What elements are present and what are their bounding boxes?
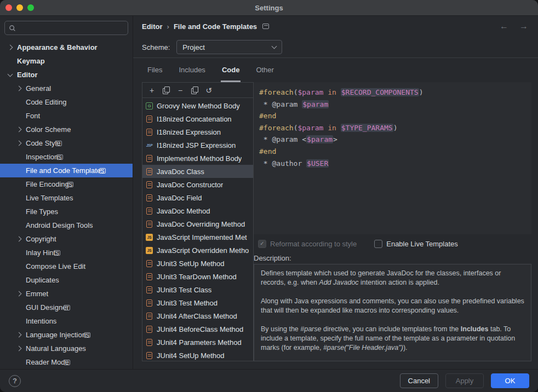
duplicate-template-icon[interactable]: [190, 85, 199, 95]
search-wrap: [4, 21, 128, 35]
chevron-right-icon[interactable]: [16, 291, 22, 297]
sidebar-item-file-and-code-templates[interactable]: File and Code Templates: [0, 164, 133, 177]
tab-code[interactable]: Code: [221, 58, 241, 82]
ok-button[interactable]: OK: [491, 373, 529, 388]
sidebar-item-gui-designer[interactable]: GUI Designer: [0, 301, 133, 314]
remove-template-icon[interactable]: −: [175, 85, 185, 95]
checkbox-unchecked-icon: [374, 240, 382, 248]
sidebar-item-label: File Encodings: [26, 180, 72, 188]
sidebar-item-color-scheme[interactable]: Color Scheme: [0, 123, 133, 136]
template-name: JUnit3 Test Class: [157, 286, 211, 294]
template-list-item[interactable]: I18nized Concatenation: [142, 112, 253, 125]
code-token: ): [393, 124, 398, 132]
close-window-button[interactable]: [5, 4, 12, 11]
sidebar-item-duplicates[interactable]: Duplicates: [0, 273, 133, 287]
forward-arrow-icon[interactable]: →: [519, 22, 528, 31]
reset-to-default-icon[interactable]: ↺: [204, 85, 214, 95]
template-list-item[interactable]: GGroovy New Method Body: [142, 99, 253, 112]
chevron-right-icon[interactable]: [16, 86, 22, 91]
sidebar-item-file-types[interactable]: File Types: [0, 205, 133, 218]
template-list-item[interactable]: I18nized Expression: [142, 125, 253, 139]
sidebar-item-editor[interactable]: Editor: [0, 68, 133, 82]
sidebar-item-appearance-behavior[interactable]: Appearance & Behavior: [0, 41, 133, 54]
scheme-select[interactable]: Project: [176, 40, 282, 54]
cancel-button[interactable]: Cancel: [400, 373, 438, 388]
template-list-item[interactable]: JSJavaScript Implemented Met: [142, 230, 253, 244]
template-editor[interactable]: #foreach($param in $RECORD_COMPONENTS) *…: [254, 82, 531, 234]
code-line: #end: [259, 146, 526, 158]
ide-settings-icon: [262, 24, 269, 29]
template-list-item[interactable]: JSPI18nized JSP Expression: [142, 139, 253, 152]
sidebar-item-label: Appearance & Behavior: [17, 43, 98, 51]
ide-settings-icon: [56, 154, 63, 160]
template-list[interactable]: GGroovy New Method BodyI18nized Concaten…: [142, 98, 253, 361]
sidebar-item-inspections[interactable]: Inspections: [0, 150, 133, 164]
sidebar-item-code-style[interactable]: Code Style: [0, 136, 133, 150]
template-list-item[interactable]: JavaDoc Constructor: [142, 178, 253, 191]
template-list-item[interactable]: JUnit4 AfterClass Method: [142, 309, 253, 322]
breadcrumb-editor[interactable]: Editor: [142, 22, 163, 31]
file-template-icon: [146, 299, 152, 307]
sidebar-item-file-encodings[interactable]: File Encodings: [0, 177, 133, 191]
sidebar-item-emmet[interactable]: Emmet: [0, 287, 133, 301]
description-paragraph: Defines template which used to generate …: [261, 269, 524, 287]
chevron-right-icon[interactable]: [16, 332, 22, 338]
template-list-item[interactable]: JUnit3 SetUp Method: [142, 257, 253, 270]
sidebar-item-android-design-tools[interactable]: Android Design Tools: [0, 218, 133, 232]
template-list-item[interactable]: JUnit3 Test Method: [142, 296, 253, 309]
chevron-right-icon[interactable]: [8, 45, 13, 50]
scheme-label: Scheme:: [142, 43, 170, 51]
enable-live-templates-checkbox[interactable]: Enable Live Templates: [374, 240, 458, 248]
back-arrow-icon[interactable]: ←: [500, 22, 508, 31]
tab-other[interactable]: Other: [255, 58, 275, 82]
sidebar-item-copyright[interactable]: Copyright: [0, 232, 133, 246]
sidebar-item-general[interactable]: General: [0, 82, 133, 95]
sidebar-item-compose-live-edit[interactable]: Compose Live Edit: [0, 260, 133, 273]
template-list-item[interactable]: JUnit4 SetUp Method: [142, 349, 253, 361]
template-list-item[interactable]: JavaDoc Class: [142, 165, 253, 178]
chevron-right-icon[interactable]: [16, 141, 22, 146]
template-list-item[interactable]: JUnit4 BeforeClass Method: [142, 322, 253, 336]
template-list-item[interactable]: JavaDoc Method: [142, 204, 253, 217]
code-line: * @param $param: [259, 99, 526, 111]
description-panel[interactable]: Defines template which used to generate …: [254, 264, 531, 361]
titlebar: Settings: [0, 0, 538, 16]
template-list-item[interactable]: JUnit4 Parameters Method: [142, 336, 253, 349]
reformat-checkbox[interactable]: ✓ Reformat according to style: [258, 240, 357, 248]
code-token: in: [328, 124, 336, 132]
help-button[interactable]: ?: [9, 375, 21, 387]
template-list-item[interactable]: Implemented Method Body: [142, 152, 253, 165]
template-list-item[interactable]: JavaDoc Overriding Method: [142, 217, 253, 230]
sidebar-item-code-editing[interactable]: Code Editing: [0, 95, 133, 109]
create-child-template-icon[interactable]: [161, 85, 171, 95]
chevron-right-icon[interactable]: [16, 237, 22, 242]
template-list-item[interactable]: JSJavaScript Overridden Metho: [142, 244, 253, 257]
code-token: $param: [302, 100, 329, 108]
chevron-right-icon[interactable]: [16, 346, 22, 351]
text-segment: By using the: [261, 325, 300, 333]
apply-button[interactable]: Apply: [445, 373, 484, 388]
sidebar-item-natural-languages[interactable]: Natural Languages: [0, 342, 133, 355]
sidebar-item-reader-mode[interactable]: Reader Mode: [0, 355, 133, 369]
chevron-down-icon[interactable]: [8, 71, 13, 77]
template-list-item[interactable]: JUnit3 TearDown Method: [142, 270, 253, 283]
tab-files[interactable]: Files: [146, 58, 163, 82]
sidebar-item-font[interactable]: Font: [0, 109, 133, 123]
code-token: in: [328, 88, 336, 96]
sidebar-item-inlay-hints[interactable]: Inlay Hints: [0, 246, 133, 260]
template-list-item[interactable]: JUnit3 Test Class: [142, 283, 253, 296]
tab-includes[interactable]: Includes: [178, 58, 206, 82]
minimize-window-button[interactable]: [16, 4, 23, 11]
settings-search-field[interactable]: [4, 21, 128, 35]
sidebar-item-live-templates[interactable]: Live Templates: [0, 191, 133, 205]
template-list-item[interactable]: JavaDoc Field: [142, 191, 253, 204]
sidebar-item-language-injections[interactable]: Language Injections: [0, 328, 133, 342]
checkbox-checked-icon: ✓: [258, 240, 266, 248]
add-template-icon[interactable]: +: [147, 85, 157, 95]
sidebar-item-keymap[interactable]: Keymap: [0, 54, 133, 68]
search-input[interactable]: [19, 24, 124, 32]
chevron-right-icon[interactable]: [16, 127, 22, 132]
zoom-window-button[interactable]: [27, 4, 34, 11]
file-template-icon: [146, 116, 152, 123]
sidebar-item-intentions[interactable]: Intentions: [0, 314, 133, 328]
